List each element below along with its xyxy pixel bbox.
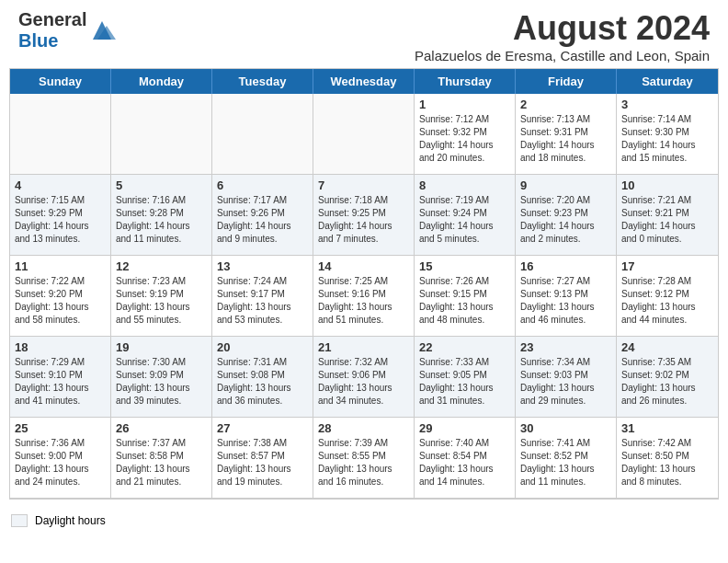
day-number: 23 (520, 340, 611, 354)
calendar-cell-day-7: 7Sunrise: 7:18 AM Sunset: 9:25 PM Daylig… (313, 175, 415, 256)
calendar-cell-day-26: 26Sunrise: 7:37 AM Sunset: 8:58 PM Dayli… (111, 418, 212, 499)
logo-general-text: General (18, 9, 86, 29)
day-number: 3 (621, 98, 713, 111)
day-number: 19 (116, 340, 207, 354)
calendar-cell-day-17: 17Sunrise: 7:28 AM Sunset: 9:12 PM Dayli… (617, 256, 718, 337)
day-number: 10 (621, 178, 713, 192)
day-number: 4 (15, 178, 106, 192)
cell-info: Sunrise: 7:21 AM Sunset: 9:21 PM Dayligh… (621, 194, 713, 246)
day-number: 13 (217, 259, 308, 273)
calendar-cell-day-23: 23Sunrise: 7:34 AM Sunset: 9:03 PM Dayli… (516, 337, 617, 418)
legend-color-box (11, 514, 28, 527)
day-number: 25 (15, 421, 106, 435)
calendar-cell-empty (212, 94, 313, 175)
calendar-cell-day-22: 22Sunrise: 7:33 AM Sunset: 9:05 PM Dayli… (415, 337, 516, 418)
calendar-cell-day-21: 21Sunrise: 7:32 AM Sunset: 9:06 PM Dayli… (313, 337, 415, 418)
calendar-cell-empty (111, 94, 212, 175)
day-number: 27 (217, 421, 308, 435)
calendar: SundayMondayTuesdayWednesdayThursdayFrid… (9, 68, 719, 500)
day-number: 15 (419, 259, 510, 273)
cell-info: Sunrise: 7:34 AM Sunset: 9:03 PM Dayligh… (520, 356, 611, 408)
legend-label: Daylight hours (35, 514, 106, 527)
day-number: 11 (15, 259, 106, 273)
calendar-cell-day-3: 3Sunrise: 7:14 AM Sunset: 9:30 PM Daylig… (617, 94, 718, 175)
calendar-grid: 1Sunrise: 7:12 AM Sunset: 9:32 PM Daylig… (10, 94, 718, 499)
day-header-saturday: Saturday (617, 69, 718, 94)
calendar-cell-day-10: 10Sunrise: 7:21 AM Sunset: 9:21 PM Dayli… (617, 175, 718, 256)
calendar-cell-day-28: 28Sunrise: 7:39 AM Sunset: 8:55 PM Dayli… (313, 418, 415, 499)
day-number: 26 (116, 421, 207, 435)
page-header: General Blue August 2024 Palazuelos de E… (0, 0, 728, 68)
day-number: 2 (520, 98, 611, 111)
cell-info: Sunrise: 7:22 AM Sunset: 9:20 PM Dayligh… (15, 275, 106, 327)
month-title: August 2024 (415, 9, 710, 48)
calendar-cell-day-15: 15Sunrise: 7:26 AM Sunset: 9:15 PM Dayli… (415, 256, 516, 337)
calendar-cell-day-18: 18Sunrise: 7:29 AM Sunset: 9:10 PM Dayli… (10, 337, 111, 418)
day-header-wednesday: Wednesday (313, 69, 415, 94)
day-number: 22 (419, 340, 510, 354)
day-number: 7 (318, 178, 409, 192)
day-number: 5 (116, 178, 207, 192)
calendar-cell-day-27: 27Sunrise: 7:38 AM Sunset: 8:57 PM Dayli… (212, 418, 313, 499)
calendar-cell-day-16: 16Sunrise: 7:27 AM Sunset: 9:13 PM Dayli… (516, 256, 617, 337)
cell-info: Sunrise: 7:40 AM Sunset: 8:54 PM Dayligh… (419, 437, 510, 488)
day-number: 28 (318, 421, 409, 435)
day-header-thursday: Thursday (415, 69, 516, 94)
day-number: 21 (318, 340, 409, 354)
title-block: August 2024 Palazuelos de Eresma, Castil… (415, 9, 710, 63)
day-number: 6 (217, 178, 308, 192)
cell-info: Sunrise: 7:36 AM Sunset: 9:00 PM Dayligh… (15, 437, 106, 488)
logo-blue-text: Blue (18, 30, 58, 51)
cell-info: Sunrise: 7:20 AM Sunset: 9:23 PM Dayligh… (520, 194, 611, 246)
day-header-monday: Monday (111, 69, 212, 94)
cell-info: Sunrise: 7:18 AM Sunset: 9:25 PM Dayligh… (318, 194, 409, 246)
cell-info: Sunrise: 7:26 AM Sunset: 9:15 PM Dayligh… (419, 275, 510, 327)
cell-info: Sunrise: 7:35 AM Sunset: 9:02 PM Dayligh… (621, 356, 713, 408)
calendar-cell-day-25: 25Sunrise: 7:36 AM Sunset: 9:00 PM Dayli… (10, 418, 111, 499)
calendar-cell-day-19: 19Sunrise: 7:30 AM Sunset: 9:09 PM Dayli… (111, 337, 212, 418)
day-number: 14 (318, 259, 409, 273)
calendar-cell-day-9: 9Sunrise: 7:20 AM Sunset: 9:23 PM Daylig… (516, 175, 617, 256)
cell-info: Sunrise: 7:27 AM Sunset: 9:13 PM Dayligh… (520, 275, 611, 327)
calendar-cell-day-31: 31Sunrise: 7:42 AM Sunset: 8:50 PM Dayli… (617, 418, 718, 499)
day-number: 18 (15, 340, 106, 354)
day-number: 30 (520, 421, 611, 435)
cell-info: Sunrise: 7:16 AM Sunset: 9:28 PM Dayligh… (116, 194, 207, 246)
cell-info: Sunrise: 7:15 AM Sunset: 9:29 PM Dayligh… (15, 194, 106, 246)
cell-info: Sunrise: 7:29 AM Sunset: 9:10 PM Dayligh… (15, 356, 106, 408)
day-header-tuesday: Tuesday (212, 69, 313, 94)
calendar-cell-empty (10, 94, 111, 175)
day-number: 9 (520, 178, 611, 192)
calendar-cell-day-29: 29Sunrise: 7:40 AM Sunset: 8:54 PM Dayli… (415, 418, 516, 499)
cell-info: Sunrise: 7:32 AM Sunset: 9:06 PM Dayligh… (318, 356, 409, 408)
cell-info: Sunrise: 7:23 AM Sunset: 9:19 PM Dayligh… (116, 275, 207, 327)
day-number: 24 (621, 340, 713, 354)
page-container: General Blue August 2024 Palazuelos de E… (0, 0, 728, 533)
cell-info: Sunrise: 7:41 AM Sunset: 8:52 PM Dayligh… (520, 437, 611, 488)
calendar-cell-day-13: 13Sunrise: 7:24 AM Sunset: 9:17 PM Dayli… (212, 256, 313, 337)
cell-info: Sunrise: 7:24 AM Sunset: 9:17 PM Dayligh… (217, 275, 308, 327)
cell-info: Sunrise: 7:42 AM Sunset: 8:50 PM Dayligh… (621, 437, 713, 488)
calendar-cell-empty (313, 94, 415, 175)
calendar-cell-day-5: 5Sunrise: 7:16 AM Sunset: 9:28 PM Daylig… (111, 175, 212, 256)
cell-info: Sunrise: 7:31 AM Sunset: 9:08 PM Dayligh… (217, 356, 308, 408)
calendar-cell-day-6: 6Sunrise: 7:17 AM Sunset: 9:26 PM Daylig… (212, 175, 313, 256)
logo: General Blue (18, 9, 116, 52)
cell-info: Sunrise: 7:39 AM Sunset: 8:55 PM Dayligh… (318, 437, 409, 488)
day-number: 29 (419, 421, 510, 435)
day-number: 17 (621, 259, 713, 273)
day-number: 20 (217, 340, 308, 354)
cell-info: Sunrise: 7:30 AM Sunset: 9:09 PM Dayligh… (116, 356, 207, 408)
legend: Daylight hours (0, 509, 728, 533)
calendar-cell-day-11: 11Sunrise: 7:22 AM Sunset: 9:20 PM Dayli… (10, 256, 111, 337)
cell-info: Sunrise: 7:38 AM Sunset: 8:57 PM Dayligh… (217, 437, 308, 488)
calendar-cell-day-2: 2Sunrise: 7:13 AM Sunset: 9:31 PM Daylig… (516, 94, 617, 175)
calendar-cell-day-1: 1Sunrise: 7:12 AM Sunset: 9:32 PM Daylig… (415, 94, 516, 175)
calendar-cell-day-20: 20Sunrise: 7:31 AM Sunset: 9:08 PM Dayli… (212, 337, 313, 418)
calendar-cell-day-14: 14Sunrise: 7:25 AM Sunset: 9:16 PM Dayli… (313, 256, 415, 337)
cell-info: Sunrise: 7:37 AM Sunset: 8:58 PM Dayligh… (116, 437, 207, 488)
cell-info: Sunrise: 7:25 AM Sunset: 9:16 PM Dayligh… (318, 275, 409, 327)
cell-info: Sunrise: 7:12 AM Sunset: 9:32 PM Dayligh… (419, 113, 510, 165)
cell-info: Sunrise: 7:13 AM Sunset: 9:31 PM Dayligh… (520, 113, 611, 165)
day-number: 12 (116, 259, 207, 273)
